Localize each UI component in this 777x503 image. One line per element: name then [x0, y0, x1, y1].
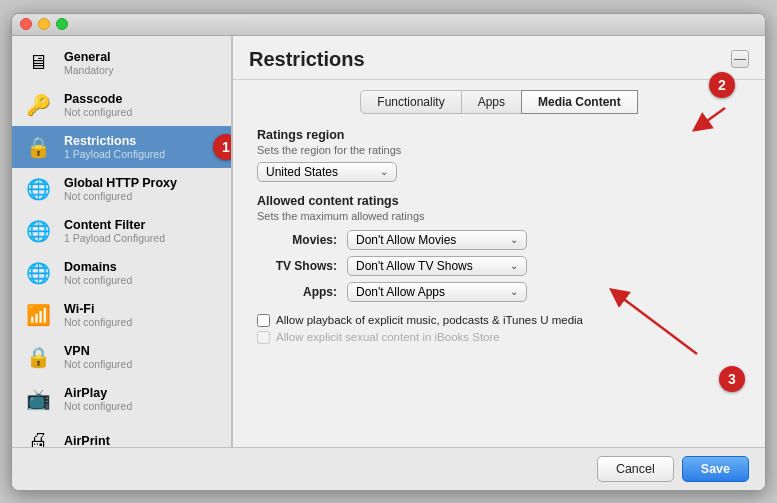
content-area: Restrictions — Functionality Apps Media …: [233, 36, 765, 447]
ratings-region-label: Ratings region: [257, 128, 741, 142]
window-body: 🖥 General Mandatory 🔑 Passcode Not confi…: [12, 36, 765, 447]
general-title: General: [64, 50, 221, 64]
passcode-subtitle: Not configured: [64, 106, 221, 118]
http-title: Global HTTP Proxy: [64, 176, 221, 190]
explicit-music-checkbox[interactable]: [257, 314, 270, 327]
domains-icon: 🌐: [22, 257, 54, 289]
domains-subtitle: Not configured: [64, 274, 221, 286]
titlebar: [12, 14, 765, 36]
tab-apps[interactable]: Apps: [461, 90, 522, 114]
general-icon: 🖥: [22, 47, 54, 79]
wifi-subtitle: Not configured: [64, 316, 221, 328]
allowed-content-sublabel: Sets the maximum allowed ratings: [257, 210, 741, 222]
tv-value: Don't Allow TV Shows: [356, 259, 473, 273]
annotation-3: 3: [719, 366, 745, 392]
movies-arrow: ⌄: [510, 234, 518, 245]
vpn-title: VPN: [64, 344, 221, 358]
arrow-3: [597, 284, 717, 364]
sidebar-item-domains[interactable]: 🌐 Domains Not configured: [12, 252, 231, 294]
fullscreen-button[interactable]: [56, 18, 68, 30]
minimize-panel-button[interactable]: —: [731, 50, 749, 68]
airplay-subtitle: Not configured: [64, 400, 221, 412]
airprint-title: AirPrint: [64, 434, 221, 447]
apps-label: Apps:: [257, 285, 337, 299]
sidebar-item-general[interactable]: 🖥 General Mandatory: [12, 42, 231, 84]
filter-title: Content Filter: [64, 218, 221, 232]
restrictions-icon: 🔒: [22, 131, 54, 163]
tab-media-content[interactable]: Media Content: [521, 90, 638, 114]
explicit-books-label: Allow explicit sexual content in iBooks …: [276, 331, 500, 343]
svg-line-1: [617, 294, 697, 354]
minimize-button[interactable]: [38, 18, 50, 30]
wifi-title: Wi-Fi: [64, 302, 221, 316]
passcode-icon: 🔑: [22, 89, 54, 121]
filter-icon: 🌐: [22, 215, 54, 247]
domains-title: Domains: [64, 260, 221, 274]
wifi-icon: 📶: [22, 299, 54, 331]
movies-value: Don't Allow Movies: [356, 233, 456, 247]
content-header: Restrictions —: [233, 36, 765, 80]
movies-row: Movies: Don't Allow Movies ⌄: [257, 230, 741, 250]
ratings-region-arrow: ⌄: [380, 166, 388, 177]
explicit-books-checkbox[interactable]: [257, 331, 270, 344]
main-window: 🖥 General Mandatory 🔑 Passcode Not confi…: [11, 13, 766, 491]
close-button[interactable]: [20, 18, 32, 30]
window-controls: [20, 18, 68, 30]
restrictions-subtitle: 1 Payload Configured: [64, 148, 221, 160]
sidebar-item-restrictions[interactable]: 🔒 Restrictions 1 Payload Configured 1: [12, 126, 231, 168]
ratings-region-select[interactable]: United States ⌄: [257, 162, 397, 182]
page-title: Restrictions: [249, 48, 365, 71]
annotation-3-wrapper: 3: [719, 366, 745, 392]
ratings-region-sublabel: Sets the region for the ratings: [257, 144, 741, 156]
sidebar-item-passcode[interactable]: 🔑 Passcode Not configured: [12, 84, 231, 126]
http-icon: 🌐: [22, 173, 54, 205]
airplay-title: AirPlay: [64, 386, 221, 400]
cancel-button[interactable]: Cancel: [597, 456, 674, 482]
movies-select[interactable]: Don't Allow Movies ⌄: [347, 230, 527, 250]
footer: Cancel Save: [12, 447, 765, 490]
sidebar-item-wifi[interactable]: 📶 Wi-Fi Not configured: [12, 294, 231, 336]
sidebar-item-filter[interactable]: 🌐 Content Filter 1 Payload Configured: [12, 210, 231, 252]
tv-label: TV Shows:: [257, 259, 337, 273]
ratings-region-value: United States: [266, 165, 338, 179]
vpn-subtitle: Not configured: [64, 358, 221, 370]
allowed-content-label: Allowed content ratings: [257, 194, 741, 208]
apps-arrow: ⌄: [510, 286, 518, 297]
general-subtitle: Mandatory: [64, 64, 221, 76]
tabs-row: Functionality Apps Media Content 2: [233, 80, 765, 114]
apps-select[interactable]: Don't Allow Apps ⌄: [347, 282, 527, 302]
save-button[interactable]: Save: [682, 456, 749, 482]
vpn-icon: 🔒: [22, 341, 54, 373]
tv-select[interactable]: Don't Allow TV Shows ⌄: [347, 256, 527, 276]
restrictions-title: Restrictions: [64, 134, 221, 148]
passcode-title: Passcode: [64, 92, 221, 106]
sidebar-item-http[interactable]: 🌐 Global HTTP Proxy Not configured: [12, 168, 231, 210]
sidebar-item-vpn[interactable]: 🔒 VPN Not configured: [12, 336, 231, 378]
sidebar-item-airprint[interactable]: 🖨 AirPrint: [12, 420, 231, 447]
sidebar-item-airplay[interactable]: 📺 AirPlay Not configured: [12, 378, 231, 420]
airprint-icon: 🖨: [22, 425, 54, 447]
form-area: Ratings region Sets the region for the r…: [233, 114, 765, 447]
tab-functionality[interactable]: Functionality: [360, 90, 461, 114]
ratings-region-section: Ratings region Sets the region for the r…: [257, 128, 741, 182]
http-subtitle: Not configured: [64, 190, 221, 202]
explicit-music-label: Allow playback of explicit music, podcas…: [276, 314, 583, 326]
sidebar: 🖥 General Mandatory 🔑 Passcode Not confi…: [12, 36, 232, 447]
apps-value: Don't Allow Apps: [356, 285, 445, 299]
movies-label: Movies:: [257, 233, 337, 247]
airplay-icon: 📺: [22, 383, 54, 415]
filter-subtitle: 1 Payload Configured: [64, 232, 221, 244]
tv-shows-row: TV Shows: Don't Allow TV Shows ⌄: [257, 256, 741, 276]
tv-arrow: ⌄: [510, 260, 518, 271]
